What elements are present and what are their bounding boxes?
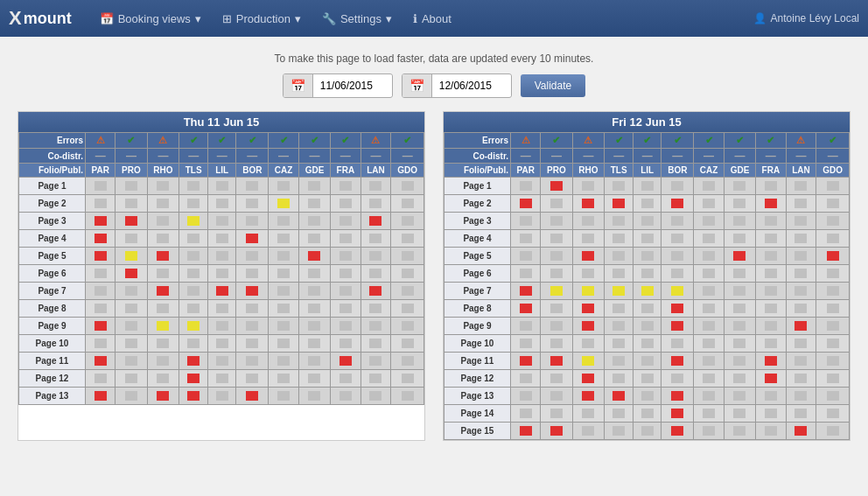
data-cell: [786, 335, 816, 353]
table-row: Page 15: [444, 423, 850, 440]
data-cell: [605, 353, 634, 370]
data-cell: [331, 353, 361, 370]
username: Antoine Lévy Local: [771, 12, 859, 24]
data-cell: [360, 248, 391, 265]
data-cell: [207, 248, 236, 265]
data-cell: [605, 265, 634, 283]
data-cell: [511, 370, 541, 388]
date1-input[interactable]: [313, 75, 392, 96]
page-label: Page 10: [19, 335, 86, 353]
nav-production[interactable]: ⊞ Production ▾: [212, 0, 312, 37]
data-cell: [756, 265, 787, 283]
data-cell: [269, 230, 299, 248]
data-cell: [179, 318, 208, 335]
page-label: Page 2: [19, 195, 86, 213]
data-cell: [298, 370, 330, 388]
data-cell: [86, 335, 116, 353]
data-cell: [207, 335, 236, 353]
grids-container: Thu 11 Jun 15 Errors⚠✔⚠✔✔✔✔✔✔⚠✔Co-distr.…: [18, 111, 850, 441]
data-cell: [116, 248, 147, 265]
table-row: Page 11: [19, 353, 424, 370]
data-cell: [236, 230, 269, 248]
page-label: Page 9: [444, 318, 511, 335]
data-cell: [179, 353, 208, 370]
calendar2-icon: 📅: [402, 74, 432, 97]
table-row: Page 9: [19, 318, 424, 335]
data-cell: [662, 300, 694, 318]
data-cell: [331, 178, 361, 195]
page-label: Page 2: [444, 195, 511, 213]
data-cell: [786, 388, 816, 405]
nav-about[interactable]: ℹ About: [402, 0, 462, 37]
data-cell: [116, 283, 147, 300]
data-cell: [511, 178, 541, 195]
data-cell: [147, 370, 179, 388]
data-cell: [179, 248, 208, 265]
data-cell: [391, 388, 424, 405]
data-cell: [207, 265, 236, 283]
data-cell: [605, 195, 634, 213]
table-row: Page 6: [19, 265, 424, 283]
data-cell: [816, 248, 850, 265]
data-cell: [511, 195, 541, 213]
nav-booking-views[interactable]: 📅 Booking views ▾: [89, 0, 212, 37]
data-cell: [572, 335, 605, 353]
data-cell: [786, 248, 816, 265]
data-cell: [694, 370, 724, 388]
dropdown-arrow-icon: ▾: [195, 12, 201, 25]
data-cell: [207, 213, 236, 230]
data-cell: [179, 265, 208, 283]
data-cell: [360, 335, 391, 353]
data-cell: [633, 423, 662, 440]
table-row: Page 2: [19, 195, 424, 213]
data-cell: [605, 423, 634, 440]
data-cell: [756, 388, 787, 405]
data-cell: [331, 318, 361, 335]
data-cell: [269, 248, 299, 265]
data-cell: [360, 178, 391, 195]
data-cell: [541, 405, 572, 423]
data-cell: [511, 283, 541, 300]
data-cell: [269, 265, 299, 283]
nav-settings[interactable]: 🔧 Settings ▾: [312, 0, 402, 37]
data-cell: [724, 265, 755, 283]
data-cell: [756, 300, 787, 318]
brand: Xmount: [9, 7, 72, 30]
data-cell: [179, 335, 208, 353]
validate-button[interactable]: Validate: [521, 74, 585, 97]
data-cell: [269, 318, 299, 335]
table-row: Page 5: [19, 248, 424, 265]
page-label: Page 6: [444, 265, 511, 283]
date2-input[interactable]: [432, 75, 511, 96]
data-cell: [724, 318, 755, 335]
data-cell: [116, 335, 147, 353]
brand-text: mount: [24, 10, 72, 28]
data-cell: [633, 213, 662, 230]
data-cell: [116, 370, 147, 388]
data-cell: [511, 318, 541, 335]
data-cell: [756, 318, 787, 335]
data-cell: [86, 318, 116, 335]
data-cell: [724, 353, 755, 370]
data-cell: [541, 178, 572, 195]
data-cell: [116, 265, 147, 283]
brand-x: X: [9, 7, 22, 30]
data-cell: [541, 265, 572, 283]
data-cell: [816, 230, 850, 248]
data-cell: [662, 178, 694, 195]
data-cell: [724, 370, 755, 388]
data-cell: [86, 300, 116, 318]
data-cell: [724, 248, 755, 265]
data-cell: [298, 178, 330, 195]
data-cell: [694, 178, 724, 195]
page-label: Page 14: [444, 405, 511, 423]
data-cell: [360, 230, 391, 248]
data-cell: [86, 283, 116, 300]
page-label: Page 13: [19, 388, 86, 405]
data-cell: [694, 300, 724, 318]
data-cell: [724, 283, 755, 300]
data-cell: [147, 353, 179, 370]
data-cell: [572, 370, 605, 388]
data-cell: [694, 230, 724, 248]
data-cell: [816, 178, 850, 195]
